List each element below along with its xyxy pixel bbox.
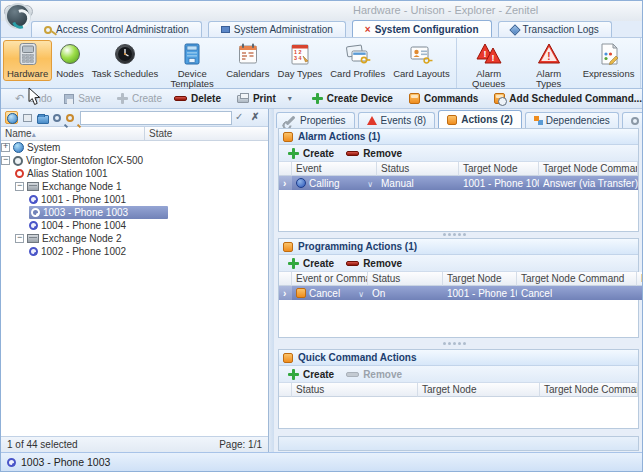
cell-name[interactable]: [637, 286, 643, 300]
col-target-node[interactable]: Target Node: [418, 383, 540, 397]
ribbon-item-expressions[interactable]: Expressions: [579, 40, 639, 81]
col-event-or-command[interactable]: Event or Command: [292, 272, 368, 286]
tab-system-configuration[interactable]: System Configuration: [352, 20, 492, 37]
tab-properties[interactable]: Properties: [276, 112, 355, 128]
zoom-in-icon[interactable]: [53, 114, 61, 122]
commands-icon: [409, 93, 420, 104]
ribbon-item-card-layouts[interactable]: Card Layouts: [389, 40, 454, 81]
ribbon-item-label: Alarm Types: [523, 69, 575, 89]
column-header-state[interactable]: State: [145, 127, 268, 140]
ribbon-item-task-schedules[interactable]: Task Schedules: [88, 40, 163, 81]
create-button[interactable]: Create: [284, 369, 338, 380]
tree-item-phone-1001[interactable]: 1001 - Phone 1001: [1, 193, 268, 206]
save-button[interactable]: Save: [58, 90, 107, 108]
col-target-node[interactable]: Target Node: [443, 272, 517, 286]
tree-item-alias-station-1001[interactable]: Alias Station 1001: [1, 167, 268, 180]
cell-target-node-command[interactable]: Cancel: [517, 286, 637, 300]
section-resize-handle[interactable]: [443, 233, 473, 237]
cell-target-node[interactable]: 1001 - Phone 1001: [443, 286, 517, 300]
clear-filter-icon[interactable]: [251, 111, 264, 124]
cell-status[interactable]: On: [368, 286, 443, 300]
collapse-icon[interactable]: [15, 234, 24, 243]
create-device-button[interactable]: Create Device: [306, 90, 399, 108]
cell-status[interactable]: Manual: [377, 176, 459, 190]
ribbon-item-alarm-queues[interactable]: !! Alarm Queues: [459, 40, 519, 91]
ribbon-item-card-profiles[interactable]: Card Profiles: [326, 40, 389, 81]
remove-button[interactable]: Remove: [342, 369, 406, 380]
remove-button[interactable]: Remove: [342, 258, 406, 269]
collapse-all-icon[interactable]: [23, 114, 32, 122]
ribbon-item-alarm-types[interactable]: ! Alarm Types: [519, 40, 579, 91]
plus-icon: [288, 369, 299, 380]
create-button[interactable]: Create: [111, 90, 168, 108]
col-event[interactable]: Event: [292, 162, 377, 176]
ribbon-item-hardware[interactable]: Hardware: [3, 40, 52, 81]
view-mode-button[interactable]: [5, 111, 18, 124]
zenitel-logo-icon[interactable]: [5, 3, 31, 29]
cell-target-node-command[interactable]: Answer (via Transfer): [539, 176, 638, 190]
tab-access-control-administration[interactable]: Access Control Administration: [31, 21, 202, 37]
create-button[interactable]: Create: [284, 258, 338, 269]
dropdown-icon[interactable]: [358, 288, 364, 299]
delete-button[interactable]: Delete: [168, 90, 227, 108]
ribbon-item-day-types[interactable]: 1 23 4 Day Types: [274, 40, 327, 81]
collapse-icon[interactable]: [1, 156, 10, 165]
print-dropdown-button[interactable]: [282, 90, 302, 108]
col-status[interactable]: Status: [368, 272, 443, 286]
tab-scheduled-commands[interactable]: Scheduled Commands: [622, 112, 643, 128]
tab-actions[interactable]: Actions (2): [438, 110, 522, 128]
phone-icon: [29, 221, 38, 230]
col-status[interactable]: Status: [377, 162, 459, 176]
expressions-icon: [597, 42, 621, 68]
ribbon-item-nodes[interactable]: Nodes: [52, 40, 87, 81]
apply-filter-icon[interactable]: [235, 111, 248, 124]
cell-target-node[interactable]: 1001 - Phone 1001: [459, 176, 539, 190]
remove-button[interactable]: Remove: [342, 148, 406, 159]
tree-footer: 1 of 44 selected Page: 1/1: [1, 436, 268, 452]
tab-dependencies[interactable]: Dependencies: [525, 112, 619, 128]
folder-icon[interactable]: [37, 115, 49, 124]
tree-item-phone-1004[interactable]: 1004 - Phone 1004: [1, 219, 268, 232]
ribbon-item-label: Device Templates: [166, 69, 218, 89]
plus-icon: [288, 148, 299, 159]
tree-item-exchange-node-2[interactable]: Exchange Node 2: [1, 232, 268, 245]
section-resize-handle[interactable]: [443, 342, 473, 346]
tab-events[interactable]: Events (8): [358, 112, 436, 128]
tree-item-exchange-node-1[interactable]: Exchange Node 1: [1, 180, 268, 193]
alarm-actions-table-header: Event Status Target Node Target Node Com…: [279, 162, 638, 176]
expand-icon[interactable]: [1, 143, 10, 152]
col-target-node[interactable]: Target Node: [459, 162, 539, 176]
tree-item-system[interactable]: System: [1, 141, 268, 154]
tab-transaction-logs[interactable]: Transaction Logs: [498, 21, 612, 37]
tab-label: Transaction Logs: [523, 24, 599, 35]
print-button[interactable]: Print: [231, 90, 282, 108]
collapse-icon[interactable]: [15, 182, 24, 191]
col-target-node-command[interactable]: Target Node Command: [517, 272, 637, 286]
tab-label: System Administration: [234, 24, 333, 35]
tree-search-input[interactable]: [80, 111, 232, 125]
programming-action-row[interactable]: Cancel On 1001 - Phone 1001 Cancel: [279, 286, 638, 300]
system-icon: [13, 142, 24, 153]
tree-item-icx-500[interactable]: Vingtor-Stentofon ICX-500: [1, 154, 268, 167]
col-status[interactable]: Status: [292, 383, 418, 397]
tab-system-administration[interactable]: System Administration: [208, 21, 346, 37]
dropdown-icon[interactable]: [367, 178, 373, 189]
create-button[interactable]: Create: [284, 148, 338, 159]
ribbon-item-label: Card Layouts: [393, 69, 450, 79]
programming-actions-toolbar: Create Remove: [279, 255, 638, 272]
col-name[interactable]: Name: [637, 272, 643, 286]
alarm-action-row[interactable]: Calling Manual 1001 - Phone 1001 Answer …: [279, 176, 638, 190]
ribbon-item-calendars[interactable]: Calendars: [222, 40, 273, 81]
column-header-name[interactable]: Name: [1, 127, 145, 140]
tree-item-phone-1003-selected[interactable]: 1003 - Phone 1003: [1, 206, 268, 219]
cell-event[interactable]: Cancel: [292, 286, 368, 300]
col-target-node-command[interactable]: Target Node Command: [539, 162, 638, 176]
ribbon-item-device-templates[interactable]: Device Templates: [162, 40, 222, 91]
search-icon[interactable]: [66, 114, 74, 122]
cell-event[interactable]: Calling: [292, 176, 377, 190]
commands-button[interactable]: Commands: [403, 90, 484, 108]
tree-item-phone-1002[interactable]: 1002 - Phone 1002: [1, 245, 268, 258]
col-target-node-command[interactable]: Target Node Command: [540, 383, 638, 397]
add-scheduled-command-button[interactable]: Add Scheduled Command...: [488, 90, 643, 108]
clock-icon: [631, 117, 639, 125]
